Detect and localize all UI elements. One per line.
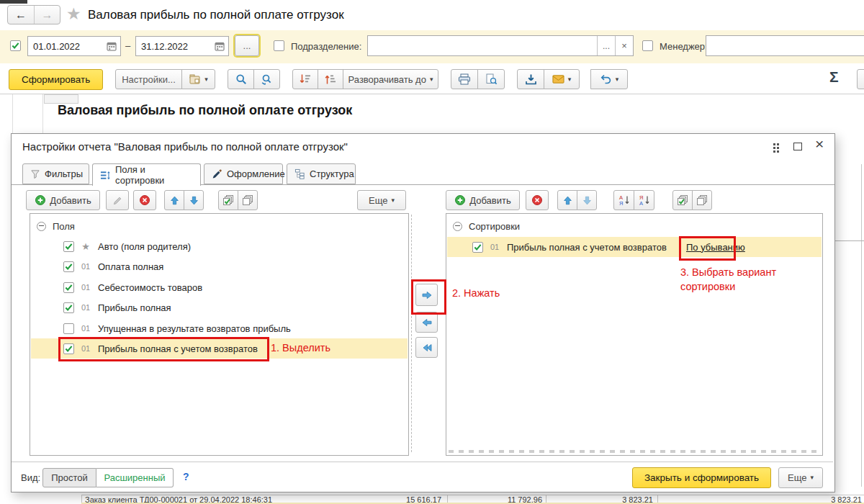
expand-to-button[interactable]: Разворачивать до ▾ — [343, 69, 438, 89]
field-row[interactable]: 01 Прибыль полная — [31, 297, 408, 318]
row-checkbox[interactable] — [472, 242, 483, 253]
calendar-icon[interactable] — [107, 41, 120, 51]
row-checkbox[interactable] — [63, 302, 74, 313]
field-row-auto[interactable]: ★ Авто (поля родителя) — [31, 236, 408, 256]
tree-root-sortings[interactable]: Сортировки — [447, 216, 822, 236]
left-move-down-button[interactable] — [184, 190, 204, 210]
send-mail-button[interactable]: ▾ — [544, 69, 580, 89]
row-checkbox[interactable] — [63, 282, 74, 293]
left-move-up-button[interactable] — [164, 190, 184, 210]
department-pick-button[interactable]: ... — [597, 36, 615, 55]
row-checkbox[interactable] — [63, 323, 74, 334]
field-label: Прибыль полная с учетом возвратов — [98, 343, 258, 354]
save-button[interactable] — [517, 69, 544, 89]
department-input[interactable] — [368, 40, 597, 51]
department-checkbox[interactable] — [274, 40, 284, 51]
tab-appearance[interactable]: Оформление — [204, 163, 283, 184]
remove-all-from-sort-button[interactable] — [415, 337, 438, 358]
right-check-all-button[interactable] — [672, 190, 693, 210]
dialog-title: Настройки отчета "Валовая прибыль по пол… — [22, 140, 348, 153]
manager-checkbox[interactable] — [642, 40, 653, 51]
generate-button[interactable]: Сформировать — [9, 69, 103, 90]
dialog-more-button[interactable]: Еще ▾ — [778, 467, 823, 488]
left-edit-button[interactable] — [106, 190, 129, 210]
manager-input[interactable] — [706, 40, 864, 51]
right-move-up-button[interactable] — [557, 190, 577, 210]
report-title: Валовая прибыль по полной оплате отгрузо… — [58, 103, 352, 118]
department-clear-button[interactable]: × — [615, 36, 633, 55]
save-download-icon — [525, 73, 537, 85]
clipped-toolbar-button[interactable] — [857, 69, 864, 89]
pencil-icon — [112, 195, 123, 206]
panel-splitter[interactable] — [411, 215, 412, 452]
tab-fields-sorting[interactable]: Поля и сортировки — [92, 163, 201, 186]
svg-text:Я: Я — [619, 200, 623, 206]
left-delete-button[interactable] — [133, 190, 156, 210]
report-toolbar: Сформировать Настройки... ▾ — [0, 63, 864, 94]
period-more-button[interactable]: ... — [235, 35, 259, 56]
manager-field[interactable] — [706, 35, 864, 56]
print-preview-button[interactable] — [477, 69, 505, 89]
field-row[interactable]: 01 Оплата полная — [31, 256, 408, 276]
period-from-input[interactable] — [28, 41, 107, 52]
right-uncheck-all-button[interactable] — [692, 190, 712, 210]
period-checkbox[interactable] — [10, 40, 21, 51]
period-from-field[interactable] — [27, 36, 121, 56]
right-delete-button[interactable] — [526, 190, 549, 210]
department-field[interactable]: ... × — [367, 35, 634, 56]
period-to-input[interactable] — [136, 41, 215, 52]
dialog-more-icon[interactable] — [773, 143, 780, 153]
forward-button[interactable]: → — [35, 6, 60, 24]
expand-groups-button[interactable] — [318, 69, 343, 89]
view-simple-button[interactable]: Простой — [42, 468, 96, 487]
move-to-sort-button[interactable] — [415, 284, 438, 306]
report-grid-hline — [834, 240, 864, 241]
print-button[interactable] — [451, 69, 478, 89]
right-add-button[interactable]: Добавить — [446, 190, 520, 210]
close-icon[interactable]: × — [815, 135, 824, 153]
uncheck-all-button[interactable] — [238, 190, 258, 210]
help-link[interactable]: ? — [183, 471, 189, 482]
horizontal-scrollbar[interactable] — [449, 450, 820, 453]
sort-row-selected[interactable]: 01 Прибыль полная с учетом возвратов По … — [447, 237, 822, 257]
sum-indicator[interactable]: Σ — [829, 68, 839, 86]
field-row[interactable]: 01 Себестоимость товаров — [31, 277, 408, 297]
field-row[interactable]: 01 Упущенная в результате возвратов приб… — [31, 318, 408, 338]
check-all-icon — [677, 194, 688, 206]
filter-bar: – ... Подразделение: ... × Менеджер: — [0, 30, 864, 63]
report-variants-button[interactable]: ▾ — [181, 69, 215, 89]
field-label: Авто (поля родителя) — [98, 241, 191, 252]
left-more-button[interactable]: Еще ▾ — [357, 190, 406, 210]
close-and-generate-button[interactable]: Закрыть и сформировать — [632, 467, 771, 488]
row-checkbox[interactable] — [63, 241, 74, 252]
search-button[interactable] — [228, 69, 254, 89]
left-add-button[interactable]: Добавить — [26, 190, 100, 210]
tab-label: Поля и сортировки — [115, 164, 193, 186]
history-undo-button[interactable]: ▾ — [590, 69, 628, 89]
sort-ascending-button[interactable]: АЯ — [613, 190, 634, 210]
tab-filters[interactable]: Фильтры — [22, 163, 89, 184]
collapse-icon[interactable] — [453, 222, 462, 231]
row-checkbox[interactable] — [63, 261, 74, 272]
search-next-button[interactable] — [253, 69, 280, 89]
tab-structure[interactable]: Структура — [287, 163, 356, 184]
view-advanced-button[interactable]: Расширенный — [96, 468, 174, 487]
favorite-star-icon[interactable]: ★ — [66, 4, 81, 24]
collapse-groups-button[interactable] — [292, 69, 318, 89]
sort-descending-button[interactable]: ЯА — [634, 190, 654, 210]
search-next-icon — [261, 73, 273, 85]
maximize-icon[interactable] — [793, 143, 802, 150]
back-button[interactable]: ← — [8, 6, 35, 24]
settings-button[interactable]: Настройки... — [115, 69, 182, 89]
check-all-button[interactable] — [218, 190, 238, 210]
field-row-selected[interactable]: 01 Прибыль полная с учетом возвратов — [31, 338, 408, 359]
collapse-icon[interactable] — [37, 222, 46, 231]
row-checkbox[interactable] — [63, 343, 74, 354]
calendar-icon[interactable] — [215, 41, 228, 51]
expand-to-label: Разворачивать до — [348, 74, 426, 85]
sort-direction-link[interactable]: По убыванию — [686, 242, 745, 253]
remove-from-sort-button[interactable] — [415, 312, 438, 333]
right-move-down-button[interactable] — [577, 190, 597, 210]
tree-root-fields[interactable]: Поля — [31, 216, 408, 236]
period-to-field[interactable] — [135, 36, 229, 56]
